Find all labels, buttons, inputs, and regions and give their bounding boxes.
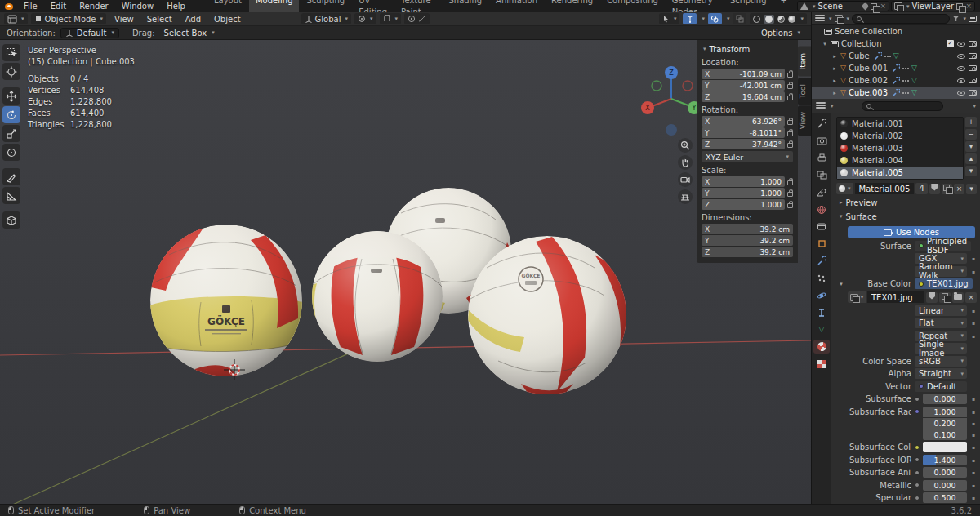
proportional-editing-toggle[interactable]: [404, 13, 430, 24]
expand-icon[interactable]: ▾: [822, 41, 828, 47]
perspective-toggle-button[interactable]: [678, 189, 693, 204]
animate-dot[interactable]: ▪: [970, 469, 977, 475]
gizmo-neg-z-axis[interactable]: [666, 124, 677, 136]
outliner-search-input[interactable]: [852, 14, 950, 24]
display-mode-icon[interactable]: [835, 15, 843, 22]
tab-collection[interactable]: [813, 220, 830, 234]
expand-icon[interactable]: ▾: [836, 281, 846, 287]
drag-dropdown[interactable]: Select Box ▾: [160, 28, 219, 38]
pan-button[interactable]: [678, 155, 693, 170]
pin-icon[interactable]: [862, 2, 870, 11]
browse-material-button[interactable]: ▾: [836, 183, 853, 194]
metallic-field[interactable]: 0.000: [923, 480, 967, 491]
rotation-y-field[interactable]: Y-8.1011°: [702, 127, 785, 138]
rotation-mode-dropdown[interactable]: XYZ Euler▾: [702, 151, 793, 162]
eye-icon[interactable]: [957, 66, 965, 71]
material-name-field[interactable]: Material.005: [855, 183, 915, 194]
properties-editor-icon[interactable]: [816, 102, 826, 109]
eye-icon[interactable]: [957, 91, 965, 96]
preview-panel-header[interactable]: ▸Preview: [838, 197, 980, 208]
animate-dot[interactable]: ▪: [970, 420, 977, 426]
close-icon[interactable]: ×: [965, 2, 972, 10]
surface-panel-header[interactable]: ▾Surface: [838, 211, 980, 222]
new-view-layer-icon[interactable]: [956, 3, 963, 10]
lock-icon[interactable]: [787, 84, 793, 89]
eye-icon[interactable]: [957, 42, 965, 47]
dimensions-x-field[interactable]: X39.2 cm: [702, 224, 793, 234]
close-icon[interactable]: ×: [880, 2, 886, 10]
menu-select[interactable]: Select: [142, 15, 177, 24]
slot-specials-button[interactable]: ▾: [965, 141, 977, 152]
expand-icon[interactable]: ▸: [831, 78, 838, 84]
show-gizmo-toggle[interactable]: [683, 13, 697, 24]
editor-type-selector[interactable]: ▾: [4, 13, 28, 24]
source-dropdown[interactable]: Single Image: [915, 343, 967, 354]
tab-constraints[interactable]: [813, 305, 830, 319]
rotation-x-field[interactable]: X63.926°: [702, 116, 785, 127]
tool-cursor[interactable]: [2, 63, 20, 80]
tab-output[interactable]: [813, 151, 830, 165]
tab-modifiers[interactable]: [813, 254, 830, 268]
animate-dot[interactable]: ▪: [970, 457, 977, 463]
expand-icon[interactable]: ▸: [831, 65, 838, 72]
subsurface-aniso-field[interactable]: 0.000: [923, 467, 967, 478]
tab-physics[interactable]: [813, 288, 830, 302]
subsurface-method-dropdown[interactable]: Random Walk: [915, 266, 967, 277]
volleyball-1[interactable]: GÖKÇE: [150, 225, 302, 376]
show-overlays-toggle[interactable]: [708, 13, 722, 24]
animate-dot[interactable]: ▪: [970, 256, 977, 261]
base-color-texture-button[interactable]: TEX01.jpg: [915, 278, 973, 289]
xray-toggle[interactable]: [733, 13, 746, 24]
vector-button[interactable]: Default: [915, 381, 967, 392]
dimensions-y-field[interactable]: Y39.2 cm: [702, 235, 793, 246]
tab-render[interactable]: [813, 134, 830, 148]
lock-icon[interactable]: [787, 203, 793, 208]
lock-icon[interactable]: [787, 143, 793, 148]
eye-icon[interactable]: [957, 78, 965, 83]
scale-z-field[interactable]: Z1.000: [702, 199, 785, 210]
volleyball-4[interactable]: GÖKÇE: [468, 236, 628, 395]
pivot-point-selector[interactable]: ▾: [354, 13, 376, 24]
menu-window[interactable]: Window: [116, 0, 159, 12]
tab-object-data[interactable]: ▽: [813, 322, 830, 336]
move-slot-up-button[interactable]: ▴: [965, 153, 977, 164]
transform-orientation-selector[interactable]: Global ▾: [301, 13, 351, 24]
animate-dot[interactable]: ▪: [970, 333, 977, 339]
zoom-button[interactable]: [678, 138, 693, 153]
lock-icon[interactable]: [787, 120, 793, 125]
lock-icon[interactable]: [787, 192, 793, 197]
image-name-field[interactable]: TEX01.jpg: [867, 291, 924, 303]
expand-icon[interactable]: ▸: [831, 90, 838, 96]
browse-image-button[interactable]: ▾: [848, 291, 866, 303]
tool-scale[interactable]: [2, 125, 20, 142]
location-x-field[interactable]: X-101.09 cm: [702, 69, 785, 79]
tool-annotate[interactable]: [2, 168, 20, 185]
options-dropdown[interactable]: Options ▾: [757, 28, 804, 38]
gizmo-neg-x-axis[interactable]: [683, 81, 693, 91]
menu-file[interactable]: File: [18, 0, 43, 12]
interpolation-dropdown[interactable]: Linear: [915, 305, 967, 316]
mode-selector[interactable]: Object Mode ▾: [31, 13, 107, 24]
material-slot[interactable]: Material.003: [837, 142, 963, 154]
snap-toggle[interactable]: ▾: [380, 13, 402, 24]
outliner-editor-icon[interactable]: [815, 15, 825, 22]
volleyball-2[interactable]: [310, 231, 443, 362]
blender-logo-icon[interactable]: [5, 3, 13, 10]
tab-object[interactable]: [813, 237, 830, 251]
menu-render[interactable]: Render: [74, 0, 114, 12]
menu-object[interactable]: Object: [209, 15, 246, 24]
subsurface-field[interactable]: 0.000: [923, 394, 967, 404]
tool-transform[interactable]: [2, 144, 20, 161]
tool-move[interactable]: [2, 87, 20, 105]
viewport-3d[interactable]: GÖKÇE: [0, 40, 811, 504]
camera-visibility-icon[interactable]: [969, 90, 977, 96]
subsurface-color-swatch[interactable]: [923, 442, 967, 452]
open-image-button[interactable]: [952, 292, 964, 303]
animate-dot[interactable]: ▪: [970, 432, 977, 438]
tool-measure[interactable]: [2, 187, 20, 204]
new-collection-icon[interactable]: [969, 16, 977, 22]
fake-user-button[interactable]: [929, 184, 940, 194]
camera-visibility-icon[interactable]: [969, 53, 977, 59]
location-z-field[interactable]: Z19.604 cm: [702, 91, 785, 102]
unlink-material-button[interactable]: ×: [954, 184, 964, 194]
